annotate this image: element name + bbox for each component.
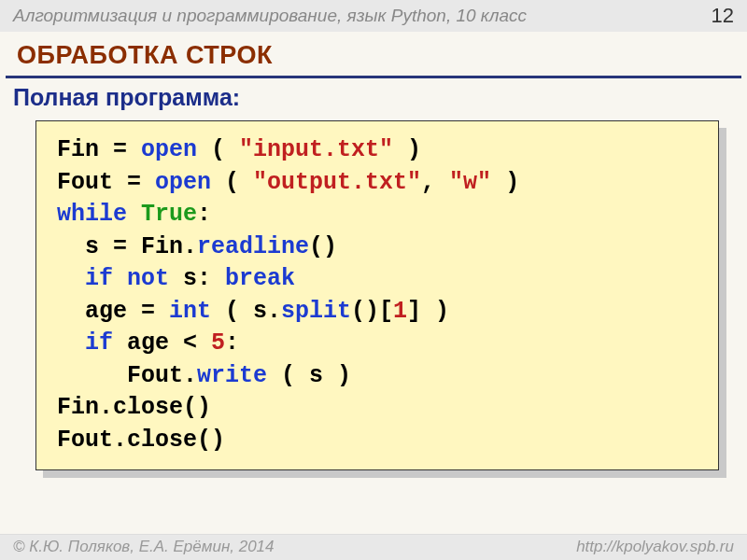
code-text: [57, 265, 85, 292]
slide-header: Алгоритмизация и программирование, язык …: [0, 0, 747, 32]
slide-number: 12: [712, 4, 734, 28]
code-text: :: [197, 201, 211, 228]
code-keyword: open: [141, 136, 197, 163]
code-constant: True: [141, 201, 197, 228]
code-text: (: [211, 169, 253, 196]
code-keyword: open: [155, 169, 211, 196]
code-function: write: [197, 362, 267, 389]
code-keyword: if: [85, 265, 113, 292]
code-text: [113, 265, 127, 292]
code-keyword: not: [127, 265, 169, 292]
code-string: "input.txt": [239, 136, 393, 163]
code-text: [127, 201, 141, 228]
code-keyword: break: [225, 265, 295, 292]
code-text: ( s.: [211, 298, 281, 325]
code-function: readline: [197, 233, 309, 260]
footer-url: http://kpolyakov.spb.ru: [576, 538, 734, 556]
slide-footer: © К.Ю. Поляков, Е.А. Ерёмин, 2014 http:/…: [0, 534, 747, 560]
code-function: split: [281, 298, 351, 325]
code-text: Fout.close(): [57, 427, 225, 454]
code-text: [57, 329, 85, 357]
code-text: (): [309, 233, 337, 260]
code-keyword: int: [169, 298, 211, 325]
code-text: Fout.: [57, 362, 197, 389]
code-string: "w": [449, 169, 491, 196]
code-text: ( s ): [267, 362, 351, 389]
code-text: s:: [169, 265, 225, 292]
code-keyword: while: [57, 201, 127, 228]
code-text: ): [491, 169, 519, 196]
code-text: (: [197, 136, 239, 163]
footer-copyright: © К.Ю. Поляков, Е.А. Ерёмин, 2014: [13, 538, 275, 556]
code-text: Fin =: [57, 136, 141, 163]
code-text: Fin.close(): [57, 394, 211, 421]
code-block: Fin = open ( "input.txt" ) Fout = open (…: [35, 120, 719, 470]
code-string: "output.txt": [253, 169, 421, 196]
title-row: ОБРАБОТКА СТРОК: [0, 32, 747, 72]
code-keyword: if: [85, 329, 113, 357]
code-number: 5: [211, 329, 225, 357]
slide-subheading: Полная программа:: [0, 78, 747, 120]
code-text: ): [393, 136, 421, 163]
code-text: ] ): [407, 298, 449, 325]
code-text: :: [225, 329, 239, 357]
code-number: 1: [393, 298, 407, 325]
code-text: age =: [57, 298, 169, 325]
code-text: ,: [421, 169, 449, 196]
code-text: ()[: [351, 298, 393, 325]
code-text: age <: [113, 329, 211, 357]
code-text: Fout =: [57, 169, 155, 196]
code-container: Fin = open ( "input.txt" ) Fout = open (…: [35, 120, 719, 470]
slide-heading: ОБРАБОТКА СТРОК: [17, 41, 730, 70]
course-title: Алгоритмизация и программирование, язык …: [13, 6, 527, 26]
code-text: s = Fin.: [57, 233, 197, 260]
